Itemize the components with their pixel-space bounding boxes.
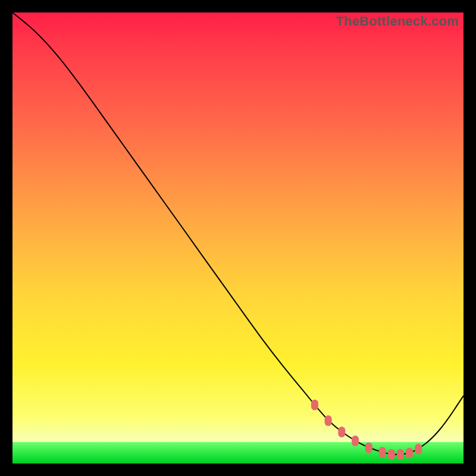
bottleneck-curve (12, 12, 464, 455)
marker-point (338, 427, 345, 437)
marker-point (365, 443, 372, 453)
marker-point (415, 444, 422, 455)
chart-stage: TheBottleneck.com (0, 0, 476, 476)
marker-point (388, 449, 395, 460)
curve-svg (12, 12, 464, 464)
marker-point (379, 447, 386, 458)
marker-point (352, 436, 359, 446)
plot-area: TheBottleneck.com (12, 12, 464, 464)
highlight-markers (311, 400, 422, 460)
marker-point (406, 448, 413, 459)
marker-point (311, 400, 318, 411)
marker-point (397, 449, 404, 460)
marker-point (325, 415, 332, 426)
